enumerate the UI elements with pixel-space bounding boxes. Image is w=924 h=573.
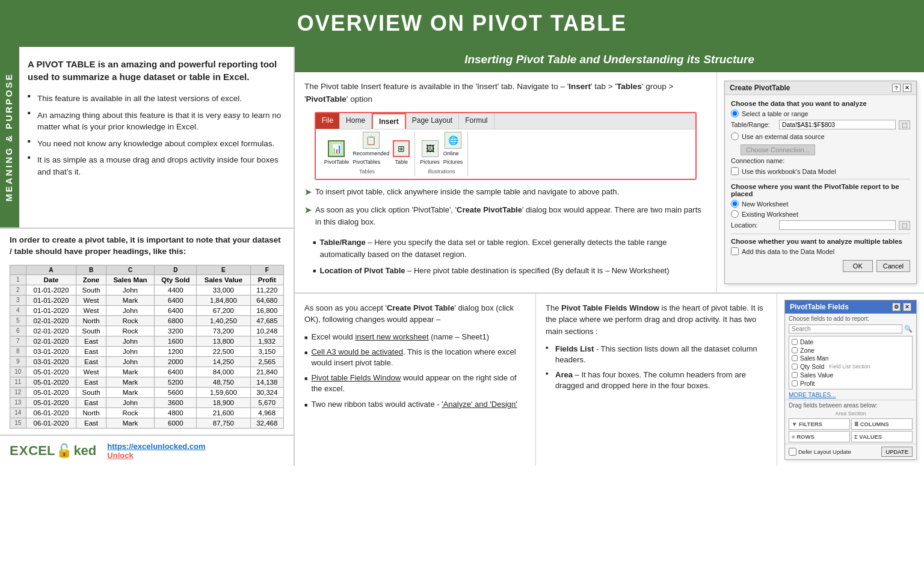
radio-table-range[interactable] [731, 110, 739, 117]
table-row: 1305-01-2020EastJohn360018,9005,670 [10, 397, 284, 407]
radio-existing-worksheet[interactable] [731, 210, 739, 218]
dialog-cancel-button[interactable]: Cancel [876, 260, 910, 272]
pf-defer-checkbox-row: Defer Layout Update [789, 448, 851, 456]
dialog-help-btn[interactable]: ? [892, 84, 901, 92]
insert-steps: The Pivot table Insert feature is availa… [295, 72, 717, 293]
row-num: 12 [10, 387, 26, 397]
table-cell: 02-01-2020 [26, 336, 76, 346]
pivot-icon: 📊 [328, 140, 345, 157]
online-pictures-button[interactable]: 🌐 OnlinePictures [443, 132, 463, 167]
pf-close-btn[interactable]: ✕ [903, 303, 911, 311]
ribbon-group-tables: 📊 PivotTable 📋 RecommendedPivotTables ⊞ [319, 132, 416, 176]
table-cell: 6000 [155, 418, 197, 428]
pf-field-date-check[interactable] [792, 339, 798, 345]
ribbon-tab-formulas[interactable]: Formul [459, 113, 494, 129]
connection-name-row: Connection name: [731, 157, 910, 164]
table-cell: Rock [106, 407, 155, 418]
pf-titlebar: PivotTable Fields ⚙ ✕ [785, 300, 916, 314]
dialog-close-btn[interactable]: ✕ [903, 84, 911, 92]
dialog-ok-button[interactable]: OK [843, 260, 873, 272]
ribbon-tab-file[interactable]: File [316, 113, 340, 129]
table-row: 1005-01-2020WestMark640084,00021,840 [10, 367, 284, 377]
ribbon-tab-insert[interactable]: Insert [372, 113, 406, 129]
ribbon-content: 📊 PivotTable 📋 RecommendedPivotTables ⊞ [316, 129, 696, 179]
table-range-browse-btn[interactable]: ⬚ [899, 120, 910, 129]
table-cell: 01-01-2020 [26, 305, 76, 315]
pf-update-button[interactable]: UPDATE [881, 447, 913, 457]
table-cell: 6800 [155, 315, 197, 326]
pf-search-input[interactable] [789, 324, 902, 333]
table-cell: East [76, 418, 106, 428]
logo-text: EX [10, 443, 28, 459]
ribbon-tab-pagelayout[interactable]: Page Layout [406, 113, 459, 129]
dialog-section2-title: Choose where you want the PivotTable rep… [731, 183, 910, 197]
unlock-link[interactable]: Unlock [107, 451, 205, 460]
ribbon-illustrations-icons: 🖼 Pictures 🌐 OnlinePictures [420, 132, 463, 167]
table-cell: 30,324 [250, 387, 284, 397]
table-row: 803-01-2020EastJohn120022,5003,150 [10, 346, 284, 356]
pf-field-salesman-check[interactable] [792, 355, 798, 361]
accept-bullet-1: ■ Excel would insert new worksheet (name… [304, 332, 526, 342]
th-date: Date [26, 274, 76, 285]
dialog-notes: ■ Table/Range – Here you specify the dat… [304, 233, 707, 283]
location-browse-btn[interactable]: ⬚ [899, 221, 910, 230]
table-cell: 14,138 [250, 377, 284, 387]
pivot-table-button[interactable]: 📊 PivotTable [324, 140, 350, 167]
pf-area-columns: Ⅲ COLUMNS [851, 418, 913, 430]
table-cell: 06-01-2020 [26, 418, 76, 428]
pf-field-zone-check[interactable] [792, 347, 798, 353]
online-pictures-label: OnlinePictures [443, 150, 463, 167]
pf-gear-btn[interactable]: ⚙ [892, 303, 901, 311]
row-num: 14 [10, 407, 26, 418]
radio-external[interactable] [731, 132, 739, 140]
list-item: It is as simple as a mouse drag and drop… [28, 152, 284, 180]
pf-more-tables[interactable]: MORE TABLES... [785, 391, 916, 400]
recommended-pivottables-button[interactable]: 📋 RecommendedPivotTables [353, 132, 389, 167]
table-cell: 5,670 [250, 397, 284, 407]
online-pictures-icon: 🌐 [445, 132, 461, 149]
row-num: 6 [10, 326, 26, 336]
table-cell: 1,932 [250, 336, 284, 346]
connection-name-label: Connection name: [731, 157, 784, 164]
left-panel: MEANING & PURPOSE A PIVOT TABLE is an am… [0, 47, 295, 466]
table-cell: West [76, 295, 106, 305]
table-cell: 1,59,600 [197, 387, 250, 397]
data-model-checkbox[interactable] [731, 167, 739, 175]
radio-new-ws[interactable]: New Worksheet [731, 200, 910, 208]
accept-bullet-4: ■ Two new ribbon tabs would activate - '… [304, 399, 526, 410]
illustrations-group-label: Illustrations [428, 168, 455, 176]
radio-existing-ws[interactable]: Existing Worksheet [731, 210, 910, 218]
pf-titlebar-right: ⚙ ✕ [892, 303, 911, 311]
website-link[interactable]: https://excelunlocked.com [107, 442, 205, 451]
pf-field-zone-label: Zone [800, 347, 815, 354]
pictures-button[interactable]: 🖼 Pictures [420, 140, 440, 167]
table-range-input[interactable] [779, 120, 896, 129]
choose-connection-btn[interactable]: Choose Connection... [741, 144, 815, 155]
table-cell: 2,565 [250, 356, 284, 367]
table-button[interactable]: ⊞ Table [393, 140, 410, 167]
pf-field-salesvalue-check[interactable] [792, 372, 798, 378]
ribbon-tab-home[interactable]: Home [340, 113, 372, 129]
logo-area: EX C EL 🔓 ked https://excelunlocked.com … [0, 435, 294, 466]
radio-new-worksheet[interactable] [731, 200, 739, 208]
table-row: 1205-01-2020SouthMark56001,59,60030,324 [10, 387, 284, 397]
location-input[interactable] [779, 220, 896, 230]
sq-bullet-4: ■ [304, 349, 307, 368]
table-range-row: Table/Range: ⬚ [731, 120, 910, 129]
pf-field-profit-check[interactable] [792, 380, 798, 386]
table-cell: 64,680 [250, 295, 284, 305]
add-data-model-checkbox[interactable] [731, 247, 739, 255]
location-label: Location: [731, 221, 776, 229]
radio-select-table[interactable]: Select a table or range [731, 110, 910, 117]
col-header-d: D [155, 265, 197, 274]
page-title: OVERVIEW ON PIVOT TABLE [0, 0, 924, 47]
list-item: This feature is available in all the lat… [28, 90, 284, 107]
pf-defer-checkbox[interactable] [789, 448, 796, 456]
th-zone: Zone [76, 274, 106, 285]
pf-field-qtysold-check[interactable] [792, 364, 798, 370]
table-cell: 1200 [155, 346, 197, 356]
table-cell: Mark [106, 295, 155, 305]
pf-field-qtysold-label: Qty Sold [800, 363, 824, 370]
location-row: Location: ⬚ [731, 220, 910, 230]
radio-external-data[interactable]: Use an external data source [731, 132, 910, 140]
